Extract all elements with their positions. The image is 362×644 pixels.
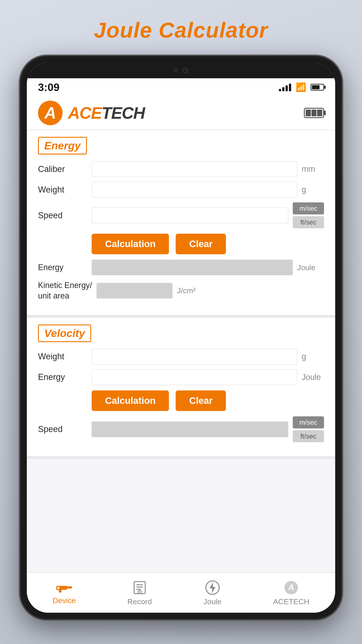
- svg-point-3: [57, 587, 59, 589]
- svg-rect-5: [136, 584, 143, 585]
- caliber-row: Caliber mm: [38, 161, 324, 177]
- velocity-energy-unit: Joule: [302, 372, 324, 382]
- record-icon: [132, 580, 147, 596]
- velocity-unit-group: m/sec ft/sec: [293, 416, 324, 442]
- status-icons: 📶: [279, 82, 324, 92]
- device-battery-icon: [304, 108, 324, 118]
- joule-icon: [205, 580, 220, 596]
- velocity-speed-result-field: [92, 422, 288, 437]
- app-header: A ACETECH: [27, 96, 335, 130]
- energy-speed-input[interactable]: [92, 208, 288, 223]
- kinetic-result-label: Kinetic Energy/unit area: [38, 280, 92, 301]
- scroll-content[interactable]: Energy Caliber mm Weight g: [27, 130, 335, 572]
- velocity-section: Velocity Weight g Energy Joule: [27, 318, 335, 459]
- velocity-weight-row: Weight g: [38, 349, 324, 364]
- velocity-section-title: Velocity: [38, 324, 91, 342]
- velocity-weight-input[interactable]: [92, 349, 297, 364]
- velocity-weight-label: Weight: [38, 352, 87, 361]
- energy-speed-label: Speed: [38, 211, 87, 220]
- svg-point-9: [139, 591, 140, 592]
- camera-bar: [27, 62, 335, 78]
- camera-dot: [174, 68, 178, 72]
- velocity-clear-button[interactable]: Clear: [176, 390, 226, 411]
- nav-item-device[interactable]: Device: [52, 581, 76, 605]
- nav-device-label: Device: [52, 596, 76, 605]
- signal-icon: [279, 83, 291, 91]
- caliber-unit: mm: [302, 164, 324, 174]
- velocity-energy-row: Energy Joule: [38, 370, 324, 385]
- nav-item-joule[interactable]: Joule: [203, 580, 221, 606]
- kinetic-result-field: [96, 283, 173, 298]
- logo-letter: A: [44, 104, 56, 122]
- energy-weight-row: Weight g: [38, 182, 324, 198]
- svg-rect-7: [136, 589, 141, 590]
- energy-btn-row: Calculation Clear: [92, 234, 324, 254]
- kinetic-result-unit: J/cm²: [177, 286, 204, 295]
- status-time: 3:09: [38, 81, 59, 94]
- velocity-energy-label: Energy: [38, 372, 87, 382]
- energy-speed-row: Speed m/sec ft/sec: [38, 202, 324, 228]
- velocity-speed-label: Speed: [38, 424, 87, 434]
- energy-weight-unit: g: [302, 185, 324, 194]
- energy-result-row: Energy Joule: [38, 260, 324, 275]
- velocity-energy-input[interactable]: [92, 370, 297, 385]
- energy-weight-input[interactable]: [92, 182, 297, 198]
- velocity-btn-row: Calculation Clear: [92, 390, 324, 411]
- nav-item-acetech[interactable]: A ACETECH: [273, 580, 309, 606]
- energy-msec-btn[interactable]: m/sec: [293, 202, 324, 214]
- tablet-frame: 3:09 📶 A: [20, 56, 342, 620]
- status-bar: 3:09 📶: [27, 78, 335, 96]
- logo-brand: ACETECH: [68, 104, 145, 122]
- nav-item-record[interactable]: Record: [127, 580, 152, 606]
- velocity-ftsec-btn[interactable]: ft/sec: [293, 430, 324, 442]
- energy-result-field: [92, 260, 293, 275]
- device-icon: [55, 581, 73, 594]
- energy-result-unit: Joule: [297, 263, 324, 272]
- logo: A ACETECH: [38, 100, 145, 125]
- nav-record-label: Record: [127, 597, 152, 606]
- energy-weight-label: Weight: [38, 185, 87, 194]
- nav-acetech-label: ACETECH: [273, 597, 309, 606]
- kinetic-result-row: Kinetic Energy/unit area J/cm²: [38, 280, 324, 301]
- nav-joule-label: Joule: [203, 597, 221, 606]
- caliber-input[interactable]: [92, 161, 297, 177]
- svg-rect-1: [67, 586, 72, 588]
- bottom-nav: Device Record: [27, 572, 335, 613]
- velocity-calc-button[interactable]: Calculation: [92, 390, 169, 411]
- svg-rect-6: [136, 586, 143, 588]
- wifi-icon: 📶: [296, 82, 306, 92]
- energy-clear-button[interactable]: Clear: [176, 234, 226, 254]
- camera-lens: [182, 68, 188, 73]
- energy-section: Energy Caliber mm Weight g: [27, 130, 335, 318]
- velocity-speed-result-row: Speed m/sec ft/sec: [38, 416, 324, 442]
- energy-calc-button[interactable]: Calculation: [92, 234, 169, 254]
- caliber-label: Caliber: [38, 164, 87, 174]
- page-title: Joule Calculator: [94, 18, 268, 42]
- screen: 3:09 📶 A: [27, 78, 335, 613]
- acetech-icon: A: [283, 580, 299, 596]
- svg-rect-2: [59, 589, 61, 592]
- velocity-msec-btn[interactable]: m/sec: [293, 416, 324, 428]
- energy-ftsec-btn[interactable]: ft/sec: [293, 216, 324, 228]
- logo-circle: A: [38, 100, 62, 125]
- energy-section-title: Energy: [38, 137, 87, 154]
- velocity-weight-unit: g: [302, 352, 324, 361]
- svg-text:A: A: [288, 583, 294, 592]
- energy-result-label: Energy: [38, 262, 87, 273]
- battery-status-icon: [311, 84, 324, 90]
- tablet-inner: 3:09 📶 A: [27, 62, 335, 613]
- svg-marker-11: [210, 582, 215, 593]
- energy-unit-group: m/sec ft/sec: [293, 202, 324, 228]
